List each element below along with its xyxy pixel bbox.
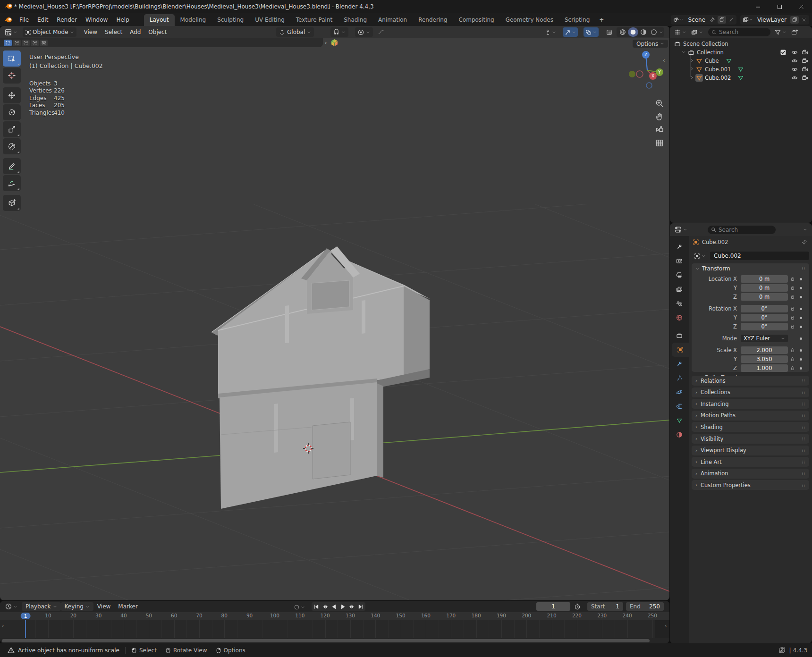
properties-options-dropdown[interactable] <box>801 225 810 235</box>
close-button[interactable] <box>790 0 812 13</box>
workspace-tab-shading[interactable]: Shading <box>338 14 372 26</box>
properties-tab-scene[interactable] <box>670 296 689 311</box>
properties-tab-object[interactable] <box>672 343 689 357</box>
object-id-browse-button[interactable] <box>692 251 708 261</box>
shading-rendered-button[interactable] <box>649 27 659 37</box>
tool-annotate-button[interactable] <box>3 158 21 174</box>
workspace-tab-compositing[interactable]: Compositing <box>453 14 499 26</box>
outliner-item-label[interactable]: Collection <box>697 49 724 56</box>
panel-grip-icon[interactable]: ⁞⁞ <box>802 266 805 271</box>
play-button[interactable] <box>338 602 347 611</box>
camera-toggle-icon[interactable] <box>801 66 809 73</box>
transform-value-field[interactable]: 2.000 <box>741 346 788 354</box>
new-viewlayer-button[interactable] <box>790 16 799 24</box>
pin-id-icon[interactable] <box>802 239 807 245</box>
eye-toggle-icon[interactable] <box>791 66 798 73</box>
panel-grip-icon[interactable]: ⁞⁞ <box>802 379 805 383</box>
shading-wireframe-button[interactable] <box>617 27 628 37</box>
object-name-input[interactable]: Cube.002 <box>710 252 809 260</box>
camera-toggle-icon[interactable] <box>801 57 809 65</box>
tool-transform-button[interactable] <box>3 138 21 154</box>
nav-camera-view-button[interactable] <box>655 126 664 134</box>
workspace-tab-uv-editing[interactable]: UV Editing <box>249 14 290 26</box>
animate-property-dot[interactable] <box>797 278 804 280</box>
offline-icon[interactable] <box>778 647 786 654</box>
workspace-tab-sculpting[interactable]: Sculpting <box>211 14 249 26</box>
unlink-scene-icon[interactable] <box>727 17 736 22</box>
jump-to-next-keyframe-button[interactable] <box>347 602 356 611</box>
add-workspace-button[interactable]: + <box>595 15 608 25</box>
tool-rotate-button[interactable] <box>3 104 21 120</box>
xray-toggle[interactable] <box>604 27 614 37</box>
menu-render[interactable]: Render <box>52 15 81 25</box>
timeline-ruler[interactable]: 1020304050607080901001101201301401501601… <box>0 612 669 620</box>
properties-editor-type-button[interactable] <box>672 225 690 235</box>
shading-solid-button[interactable] <box>628 27 638 37</box>
panel-animation[interactable]: ›Animation⁞⁞ <box>692 469 809 479</box>
gizmos-toggle[interactable] <box>563 27 578 37</box>
timeline-channels-expand-icon[interactable]: › <box>2 623 4 629</box>
camera-toggle-icon[interactable] <box>801 74 809 82</box>
jump-to-prev-keyframe-button[interactable] <box>321 602 330 611</box>
panel-motion-paths[interactable]: ›Motion Paths⁞⁞ <box>692 411 809 421</box>
transform-value-field[interactable]: 0° <box>741 305 788 312</box>
lock-open-icon[interactable] <box>788 324 797 329</box>
panel-viewport-display[interactable]: ›Viewport Display⁞⁞ <box>692 446 809 455</box>
properties-tab-view-layer[interactable] <box>670 282 689 296</box>
remove-viewlayer-icon[interactable] <box>800 17 808 22</box>
checkbox-toggle-icon[interactable] <box>779 49 787 56</box>
animate-property-dot[interactable] <box>797 308 804 310</box>
properties-tab-physics[interactable] <box>670 385 689 399</box>
outliner-row-cube-002[interactable]: Cube.002 <box>670 74 812 82</box>
select-mode-set[interactable] <box>4 40 12 46</box>
select-mode-invert[interactable] <box>31 40 39 46</box>
properties-search-input[interactable]: Search <box>708 226 776 234</box>
select-mode-intersect[interactable] <box>40 40 48 46</box>
outliner-item-label[interactable]: Cube <box>705 58 719 64</box>
timeline-menu-playback[interactable]: Playback <box>22 602 61 611</box>
select-mode-extend[interactable] <box>13 40 21 46</box>
outliner-item-label[interactable]: Cube.002 <box>705 75 731 81</box>
eye-toggle-icon[interactable] <box>791 74 798 82</box>
outliner-row-collection[interactable]: Collection <box>670 48 812 57</box>
properties-tab-tool[interactable] <box>670 240 689 254</box>
viewlayer-name[interactable]: ViewLayer <box>754 17 789 23</box>
animate-property-dot[interactable] <box>797 287 804 289</box>
select-mode-subtract[interactable] <box>22 40 30 46</box>
transform-value-field[interactable]: 3.050 <box>741 355 788 363</box>
3d-viewport[interactable]: Object Mode ViewSelectAddObject Global <box>0 26 669 600</box>
tool-cursor-button[interactable] <box>3 67 21 84</box>
panel-relations[interactable]: ›Relations⁞⁞ <box>692 376 809 386</box>
outliner-row-scene-collection[interactable]: Scene Collection <box>670 40 812 48</box>
tool-measure-button[interactable] <box>3 175 21 191</box>
sidebar-expand-icon[interactable]: ‹ <box>663 57 665 64</box>
lock-open-icon[interactable] <box>788 315 797 320</box>
properties-tab-output[interactable] <box>670 268 689 282</box>
panel-shading[interactable]: ›Shading⁞⁞ <box>692 422 809 432</box>
auto-keying-toggle[interactable] <box>292 602 307 612</box>
outliner-search-input[interactable]: Search <box>708 28 770 36</box>
disclosure-closed-icon[interactable] <box>690 59 694 63</box>
jump-to-end-button[interactable] <box>356 602 365 611</box>
viewport-menu-object[interactable]: Object <box>144 29 170 35</box>
maximize-button[interactable] <box>769 0 790 13</box>
outliner-filter-id-dropdown[interactable] <box>689 27 705 37</box>
mode-dropdown[interactable]: Object Mode <box>23 27 76 37</box>
panel-grip-icon[interactable]: ⁞⁞ <box>802 390 805 395</box>
menu-help[interactable]: Help <box>112 15 133 25</box>
workspace-tab-rendering[interactable]: Rendering <box>413 14 453 26</box>
animate-property-dot[interactable] <box>797 326 804 328</box>
timeline-menu-marker[interactable]: Marker <box>114 602 141 611</box>
lock-open-icon[interactable] <box>788 306 797 312</box>
workspace-tab-animation[interactable]: Animation <box>372 14 413 26</box>
snapping-dropdown[interactable] <box>330 27 348 37</box>
outliner-row-cube[interactable]: Cube <box>670 57 812 65</box>
rotation-mode-dropdown[interactable]: XYZ Euler <box>741 335 788 342</box>
proportional-editing-dropdown[interactable] <box>355 27 373 37</box>
viewlayer-browse-button[interactable] <box>741 15 754 25</box>
viewport-menu-select[interactable]: Select <box>101 29 126 35</box>
overlays-toggle[interactable] <box>584 27 599 37</box>
panel-grip-icon[interactable]: ⁞⁞ <box>802 448 805 453</box>
panel-visibility[interactable]: ›Visibility⁞⁞ <box>692 434 809 444</box>
play-reverse-button[interactable] <box>330 602 338 611</box>
